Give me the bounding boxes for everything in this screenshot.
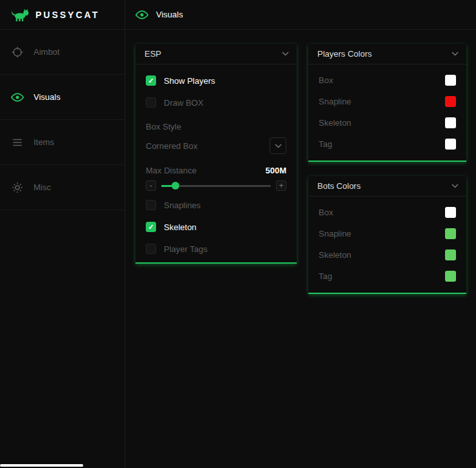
brand: PUSSYCAT (0, 0, 124, 30)
max-distance-row: Max Distance 500M (146, 165, 286, 175)
color-row-snapline: Snapline (308, 91, 466, 112)
gear-icon (10, 182, 25, 193)
color-row-tag: Tag (308, 133, 466, 155)
eye-icon (135, 8, 148, 21)
crosshair-icon (10, 46, 25, 58)
sidebar-item-misc[interactable]: Misc (0, 165, 124, 210)
max-distance-slider[interactable] (161, 185, 271, 187)
color-row-snapline: Snapline (308, 223, 466, 244)
sidebar-item-label: Aimbot (34, 47, 59, 57)
draw-box-checkbox-row[interactable]: Draw BOX (146, 95, 286, 110)
bots-colors-panel: Bots Colors Box Snapline (308, 176, 466, 294)
color-row-label: Box (319, 208, 333, 217)
slider-thumb[interactable] (172, 182, 179, 190)
skeleton-color-swatch[interactable] (445, 117, 456, 128)
color-row-label: Snapline (319, 229, 352, 239)
players-colors-title: Players Colors (317, 49, 372, 59)
chevron-down-icon[interactable] (270, 137, 286, 154)
sidebar-item-items[interactable]: Items (0, 120, 124, 165)
player-tags-checkbox-row[interactable]: Player Tags (146, 241, 286, 257)
color-row-box: Box (308, 70, 466, 91)
esp-panel-title: ESP (144, 49, 161, 59)
show-players-checkbox-row[interactable]: Show Players (146, 73, 286, 88)
color-row-tag: Tag (308, 266, 466, 287)
snaplines-checkbox[interactable] (146, 200, 156, 210)
page-title: Visuals (156, 10, 183, 19)
cat-icon (10, 8, 30, 22)
slider-increase-button[interactable]: + (276, 180, 286, 191)
checkbox-label: Player Tags (164, 244, 208, 254)
eye-icon (10, 91, 25, 104)
sidebar-nav: Aimbot Visuals Items (0, 30, 124, 210)
sidebar-item-visuals[interactable]: Visuals (0, 75, 124, 120)
bots-colors-title: Bots Colors (317, 181, 361, 191)
draw-box-checkbox[interactable] (146, 97, 156, 108)
chevron-down-icon (282, 52, 289, 56)
color-row-skeleton: Skeleton (308, 112, 466, 133)
color-row-box: Box (308, 202, 466, 223)
player-tags-checkbox[interactable] (146, 244, 156, 254)
snapline-color-swatch[interactable] (445, 228, 456, 239)
players-colors-body: Box Snapline Skeleton Tag (308, 64, 466, 155)
checkbox-label: Show Players (164, 76, 215, 86)
box-style-select[interactable]: Cornered Box (146, 137, 286, 155)
tag-color-swatch[interactable] (445, 271, 456, 282)
bots-colors-body: Box Snapline Skeleton Tag (308, 197, 466, 287)
sidebar-item-aimbot[interactable]: Aimbot (0, 30, 124, 75)
slider-decrease-button[interactable]: - (146, 180, 156, 191)
snapline-color-swatch[interactable] (445, 96, 456, 107)
app-root: PUSSYCAT Aimbot (0, 0, 476, 468)
esp-panel-header[interactable]: ESP (135, 44, 297, 64)
checkbox-label: Skeleton (164, 222, 197, 232)
sidebar-item-label: Misc (34, 182, 51, 192)
players-colors-header[interactable]: Players Colors (308, 44, 466, 64)
color-row-label: Tag (319, 271, 332, 281)
horizontal-scrollbar[interactable] (0, 464, 476, 467)
max-distance-label: Max Distance (146, 166, 197, 175)
esp-panel: ESP Show Players Draw BOX Box Style (135, 44, 297, 264)
brand-name: PUSSYCAT (35, 10, 99, 20)
skeleton-checkbox[interactable] (146, 222, 156, 232)
checkbox-label: Snaplines (164, 200, 201, 210)
color-row-label: Skeleton (319, 118, 352, 128)
list-icon (10, 137, 25, 148)
horizontal-scrollbar-thumb[interactable] (0, 464, 83, 467)
main-area: Visuals ESP Show Players (125, 0, 476, 468)
box-style-label: Box Style (146, 122, 286, 132)
box-color-swatch[interactable] (445, 207, 456, 218)
skeleton-checkbox-row[interactable]: Skeleton (146, 219, 286, 235)
color-row-label: Snapline (319, 97, 352, 106)
color-row-skeleton: Skeleton (308, 244, 466, 266)
checkbox-label: Draw BOX (164, 98, 203, 108)
tag-color-swatch[interactable] (445, 139, 456, 150)
color-row-label: Box (319, 75, 333, 85)
bots-colors-header[interactable]: Bots Colors (308, 176, 466, 197)
snaplines-checkbox-row[interactable]: Snaplines (146, 197, 286, 213)
content: ESP Show Players Draw BOX Box Style (125, 30, 476, 468)
sidebar-item-label: Visuals (34, 92, 61, 102)
chevron-down-icon (451, 184, 459, 188)
max-distance-slider-row: - + (146, 180, 286, 191)
color-row-label: Tag (319, 139, 332, 149)
topbar: Visuals (125, 0, 476, 30)
box-style-selected-value: Cornered Box (146, 141, 197, 151)
max-distance-value: 500M (265, 166, 286, 175)
color-row-label: Skeleton (319, 250, 352, 260)
box-color-swatch[interactable] (445, 75, 456, 86)
sidebar: PUSSYCAT Aimbot (0, 0, 125, 468)
chevron-down-icon (451, 52, 459, 56)
sidebar-item-label: Items (34, 137, 54, 147)
players-colors-panel: Players Colors Box Snapline (308, 44, 466, 162)
show-players-checkbox[interactable] (146, 75, 156, 86)
skeleton-color-swatch[interactable] (445, 249, 456, 260)
